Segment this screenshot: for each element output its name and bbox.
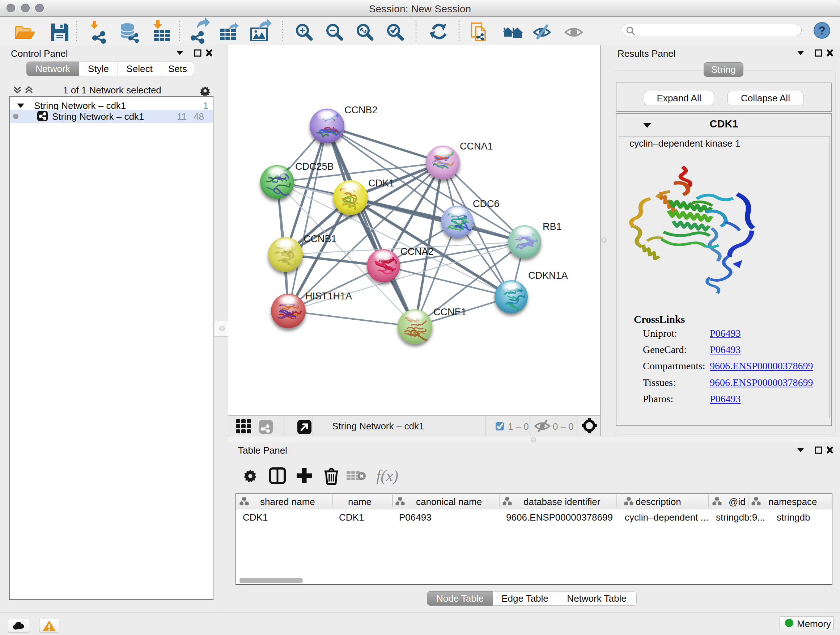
svg-text:f(x): f(x): [376, 467, 398, 485]
svg-text:?: ?: [818, 24, 826, 37]
